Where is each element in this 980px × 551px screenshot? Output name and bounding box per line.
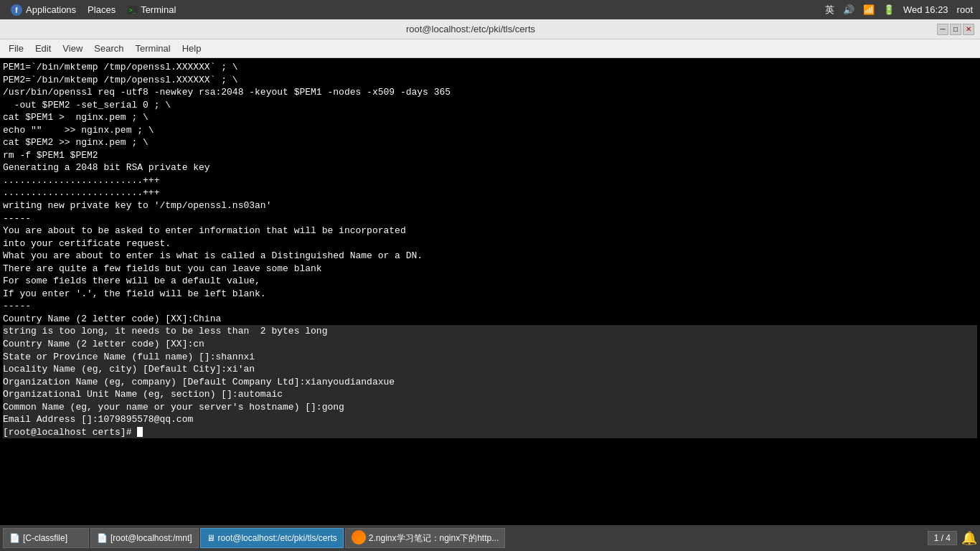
- menu-search[interactable]: Search: [88, 42, 129, 55]
- window-controls: ─ □ ✕: [936, 24, 974, 35]
- applications-label: Applications: [26, 4, 76, 15]
- places-menu[interactable]: Places: [82, 0, 121, 19]
- taskbar-nginx[interactable]: 2.nginx学习笔记：nginx下的http...: [345, 528, 505, 548]
- firefox-icon: [352, 530, 366, 547]
- battery-icon: 🔋: [880, 4, 897, 15]
- places-label: Places: [88, 4, 116, 15]
- terminal-output[interactable]: PEM1=`/bin/mktemp /tmp/openssl.XXXXXX` ;…: [0, 58, 980, 525]
- page-indicator: 1 / 4: [928, 531, 957, 545]
- terminal-icon: >_: [127, 4, 138, 16]
- menu-file[interactable]: File: [3, 42, 29, 55]
- terminal-menu[interactable]: >_ Terminal: [121, 0, 182, 19]
- terminal-label: Terminal: [141, 4, 176, 15]
- svg-text:>_: >_: [129, 7, 136, 14]
- system-topbar: f Applications Places >_ Terminal 英 🔊 📶 …: [0, 0, 980, 19]
- topbar-left: f Applications Places >_ Terminal: [4, 0, 182, 19]
- certs-icon: 🖥: [207, 533, 215, 543]
- menu-edit[interactable]: Edit: [29, 42, 57, 55]
- nginx-label: 2.nginx学习笔记：nginx下的http...: [369, 532, 499, 545]
- terminal-titlebar: root@localhost:/etc/pki/tls/certs ─ □ ✕: [0, 19, 980, 39]
- menu-terminal[interactable]: Terminal: [130, 42, 176, 55]
- network-icon: 📶: [860, 4, 877, 15]
- taskbar: 📄 [C-classfile] 📄 [root@localhost:/mnt] …: [0, 525, 980, 551]
- user-label: root: [954, 4, 976, 15]
- fedora-logo-icon: f: [10, 4, 23, 17]
- certs-label: root@localhost:/etc/pki/tls/certs: [218, 533, 337, 543]
- maximize-button[interactable]: □: [950, 24, 961, 35]
- minimize-button[interactable]: ─: [937, 24, 948, 35]
- volume-icon: 🔊: [840, 4, 857, 15]
- mnt-icon: 📄: [97, 533, 108, 543]
- topbar-right: 英 🔊 📶 🔋 Wed 16:23 root: [822, 4, 976, 17]
- highlighted-output: string is too long, it needs to be less …: [3, 325, 977, 438]
- close-button[interactable]: ✕: [963, 24, 974, 35]
- taskbar-classfile[interactable]: 📄 [C-classfile]: [3, 528, 89, 548]
- classfile-icon: 📄: [9, 533, 20, 543]
- normal-output: PEM1=`/bin/mktemp /tmp/openssl.XXXXXX` ;…: [3, 62, 451, 324]
- taskbar-mnt[interactable]: 📄 [root@localhost:/mnt]: [90, 528, 199, 548]
- terminal-title: root@localhost:/etc/pki/tls/certs: [6, 24, 936, 34]
- clock: Wed 16:23: [900, 4, 951, 15]
- classfile-label: [C-classfile]: [23, 533, 67, 543]
- taskbar-certs[interactable]: 🖥 root@localhost:/etc/pki/tls/certs: [200, 528, 344, 548]
- notification-icon: 🔔: [961, 530, 977, 546]
- mnt-label: [root@localhost:/mnt]: [110, 533, 192, 543]
- menu-help[interactable]: Help: [176, 42, 207, 55]
- menu-view[interactable]: View: [57, 42, 88, 55]
- terminal-menubar: File Edit View Search Terminal Help: [0, 39, 980, 58]
- lang-indicator: 英: [822, 4, 837, 17]
- terminal-window: root@localhost:/etc/pki/tls/certs ─ □ ✕ …: [0, 19, 980, 525]
- taskbar-right: 1 / 4 🔔: [928, 530, 977, 546]
- applications-menu[interactable]: f Applications: [4, 0, 82, 19]
